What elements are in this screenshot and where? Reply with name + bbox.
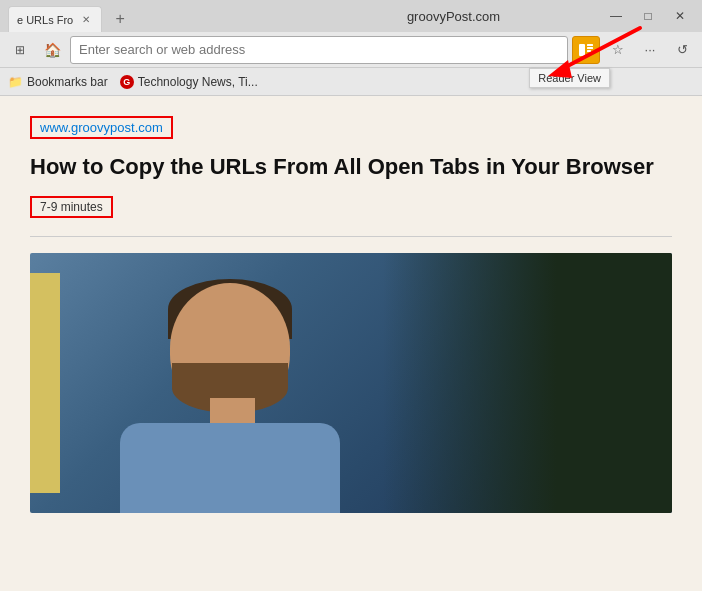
refresh-icon: ↻ xyxy=(677,42,688,57)
tab-close-button[interactable]: ✕ xyxy=(79,13,93,27)
browser-tab[interactable]: e URLs Fro ✕ xyxy=(8,6,102,32)
bookmarks-bar-text: Bookmarks bar xyxy=(27,75,108,89)
image-yellow-accent xyxy=(30,273,60,493)
technology-news-label: Technology News, Ti... xyxy=(138,75,258,89)
minimize-button[interactable]: — xyxy=(602,6,630,26)
reader-view-button[interactable] xyxy=(572,36,600,64)
content-divider xyxy=(30,236,672,237)
page-content: www.groovypost.com How to Copy the URLs … xyxy=(0,96,702,533)
nav-bar: ⊞ 🏠 Reader View xyxy=(0,32,702,68)
read-time-badge: 7-9 minutes xyxy=(30,196,113,218)
maximize-button[interactable]: □ xyxy=(634,6,662,26)
more-button[interactable]: ··· xyxy=(636,36,664,64)
title-bar: e URLs Fro ✕ + groovyPost.com — □ ✕ xyxy=(0,0,702,32)
reader-view-area: Reader View xyxy=(572,36,600,64)
groovy-favicon: G xyxy=(120,75,134,89)
apps-button[interactable]: ⊞ xyxy=(6,36,34,64)
article-title: How to Copy the URLs From All Open Tabs … xyxy=(30,153,672,182)
grid-icon: ⊞ xyxy=(15,43,25,57)
tab-title: e URLs Fro xyxy=(17,14,73,26)
site-url[interactable]: www.groovypost.com xyxy=(30,116,173,139)
address-bar[interactable] xyxy=(70,36,568,64)
nav-bar-wrapper: ⊞ 🏠 Reader View xyxy=(0,32,702,68)
star-icon: ☆ xyxy=(612,42,624,57)
page-icon: 🏠 xyxy=(44,42,61,58)
reader-view-icon xyxy=(578,42,594,58)
image-bg-blur xyxy=(383,253,672,513)
browser-window: e URLs Fro ✕ + groovyPost.com — □ ✕ ⊞ 🏠 xyxy=(0,0,702,533)
bookmarks-bar-label[interactable]: 📁 Bookmarks bar xyxy=(8,75,108,89)
folder-icon: 📁 xyxy=(8,75,23,89)
window-controls: — □ ✕ xyxy=(602,6,694,26)
refresh-button[interactable]: ↻ xyxy=(668,36,696,64)
svg-rect-1 xyxy=(587,44,593,46)
address-input[interactable] xyxy=(79,42,559,57)
new-tab-button[interactable]: + xyxy=(106,6,134,32)
technology-news-bookmark[interactable]: G Technology News, Ti... xyxy=(120,75,258,89)
tab-area: e URLs Fro ✕ + xyxy=(8,0,305,32)
page-button[interactable]: 🏠 xyxy=(38,36,66,64)
svg-rect-3 xyxy=(587,50,591,52)
body xyxy=(120,423,340,513)
article-image xyxy=(30,253,672,513)
close-button[interactable]: ✕ xyxy=(666,6,694,26)
reader-view-tooltip: Reader View xyxy=(529,68,610,88)
ellipsis-icon: ··· xyxy=(645,42,656,57)
svg-rect-2 xyxy=(587,47,593,49)
favorites-button[interactable]: ☆ xyxy=(604,36,632,64)
person-silhouette xyxy=(90,253,390,513)
browser-title: groovyPost.com xyxy=(305,9,602,24)
svg-rect-0 xyxy=(579,44,585,56)
